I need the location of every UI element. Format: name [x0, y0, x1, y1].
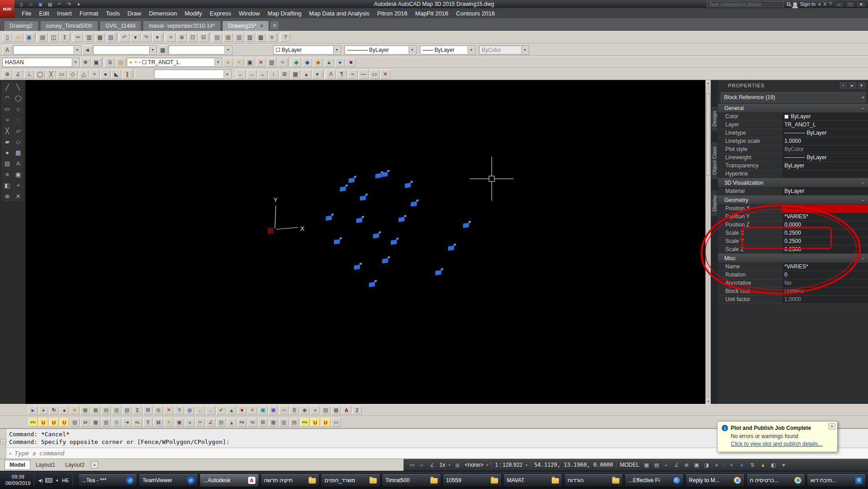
draw-tool-icon[interactable]: ▣	[13, 169, 23, 179]
layer-tool-icon[interactable]: ▧	[267, 58, 277, 67]
qat-icon[interactable]: ↷	[65, 1, 73, 7]
property-row-scale-x[interactable]: Scale X0.2500	[718, 229, 868, 237]
property-row-name[interactable]: Name*VARIES*	[718, 263, 868, 271]
menu-item[interactable]: Draw	[124, 9, 145, 18]
property-row-material[interactable]: MaterialByLayer	[718, 187, 868, 196]
zoom-factor[interactable]: 1x	[439, 462, 445, 468]
properties-header-icon[interactable]: +	[840, 82, 847, 89]
menu-item[interactable]: MapPit 2016	[412, 9, 452, 18]
map-toolbar-icon[interactable]: ▣	[175, 418, 184, 427]
drafting-toggle-icon[interactable]: ≡	[713, 461, 721, 469]
toolbar-icon[interactable]: ⊡	[188, 33, 198, 42]
collapse-section-icon[interactable]: −	[862, 256, 864, 261]
map-toolbar-icon[interactable]: Σ	[133, 406, 142, 414]
linetype-combo[interactable]: ————ByLayer	[344, 45, 416, 55]
layer-toolbar-icon[interactable]: ≣	[105, 58, 115, 67]
drafting-toggle-icon[interactable]: ▤	[653, 461, 661, 469]
map-toolbar-icon[interactable]: ▭	[331, 418, 341, 427]
property-row-linetype-scale[interactable]: Linetype scale1.0000	[718, 137, 868, 146]
map-toolbar-icon[interactable]: ≈	[185, 418, 195, 427]
annotation-scale[interactable]: <none>	[465, 462, 484, 468]
align-tool-icon[interactable]: →	[247, 70, 257, 79]
map-toolbar-icon[interactable]: ▣	[258, 406, 268, 414]
map-toolbar-icon[interactable]: Z	[352, 406, 362, 414]
taskbar-button[interactable]: תיקיה חדשה	[260, 474, 320, 487]
toolbar-icon[interactable]: ▾	[152, 33, 162, 42]
property-row-rotation[interactable]: Rotation0	[718, 271, 868, 279]
property-row-scale-y[interactable]: Scale Y0.2500	[718, 237, 868, 246]
close-tab-icon[interactable]	[260, 24, 264, 28]
osnap-icon[interactable]: +	[90, 70, 100, 79]
property-row-color[interactable]: ColorByLayer	[718, 113, 868, 121]
block-reference-marker[interactable]	[399, 217, 404, 222]
block-reference-marker[interactable]	[334, 239, 340, 244]
menu-item[interactable]: Window	[235, 9, 263, 18]
layout-tab[interactable]: Layout2	[60, 460, 89, 469]
layer-tool-icon[interactable]: ▣	[245, 58, 255, 67]
property-row-plot-style[interactable]: Plot styleByColor	[718, 146, 868, 154]
layer-freeze-icon[interactable]: ☀	[134, 60, 138, 65]
qat-icon[interactable]: ↶	[55, 1, 64, 7]
map-toolbar-icon[interactable]: ▥	[279, 418, 289, 427]
align-tool-icon[interactable]: ▦	[290, 70, 300, 79]
scale-caret-icon[interactable]: ▾	[526, 463, 528, 467]
draw-tool-icon[interactable]: ≈	[2, 115, 12, 125]
property-value[interactable]: ByLayer	[782, 187, 868, 195]
property-row-hyperlink[interactable]: Hyperlink	[718, 170, 868, 178]
window-control-button[interactable]: –	[834, 1, 844, 7]
map-toolbar-icon[interactable]: ⊞	[143, 406, 153, 414]
file-tab[interactable]: Drawing2	[4, 20, 39, 31]
taskbar-clock[interactable]: 09:39 08/09/2019	[5, 474, 30, 487]
collapse-section-icon[interactable]: −	[862, 197, 864, 203]
toolbar-icon[interactable]: ▯	[2, 33, 12, 42]
map-toolbar-icon[interactable]: M	[154, 418, 163, 427]
keyboard-icon[interactable]	[45, 478, 52, 483]
property-row-position-y[interactable]: Position Y*VARIES*	[718, 213, 868, 221]
map-tool-icon[interactable]: ◆	[291, 58, 301, 67]
draw-tool-icon[interactable]: ▦	[13, 147, 23, 157]
map-toolbar-icon[interactable]: ➔	[122, 418, 132, 427]
map-toolbar-icon[interactable]: ◍	[185, 406, 195, 414]
new-tab-button[interactable]: +	[270, 21, 279, 30]
property-row-position-z[interactable]: Position Z0.0000	[718, 221, 868, 229]
draw-tool-icon[interactable]: A	[13, 158, 23, 168]
layer-toolbar-icon[interactable]: ▣	[91, 58, 101, 67]
map-toolbar-icon[interactable]: ▤	[101, 406, 111, 414]
search-icon[interactable]	[787, 2, 790, 6]
draw-tool-icon[interactable]: ◯	[13, 93, 23, 103]
toolbar-icon[interactable]: ⊕	[177, 33, 187, 42]
toolbar-icon[interactable]: ⊟	[199, 33, 209, 42]
property-row-position-x[interactable]: Position X*VARIES*	[718, 205, 868, 213]
map-toolbar-icon[interactable]: ●	[60, 406, 69, 414]
layer-toolbar-icon[interactable]: ✱	[80, 58, 90, 67]
taskbar-button[interactable]: הורדות	[564, 474, 624, 487]
map-tool-icon[interactable]: ■	[346, 58, 356, 67]
map-toolbar-icon[interactable]: U	[49, 418, 59, 427]
taskbar-button[interactable]: Reply to M...	[685, 474, 745, 487]
file-tab[interactable]: mavat- september2010-14*	[143, 20, 220, 31]
property-value[interactable]: 0	[782, 271, 868, 279]
block-reference-marker[interactable]	[360, 196, 366, 201]
map-tool-icon[interactable]: ◆	[302, 58, 312, 67]
toolbar-icon[interactable]: ?	[280, 33, 290, 42]
block-reference-marker[interactable]	[369, 282, 375, 287]
status-tool-icon[interactable]: ▾	[780, 461, 788, 469]
menu-item[interactable]: Express	[206, 9, 234, 18]
toolbar-icon[interactable]: ↶	[120, 33, 130, 42]
map-toolbar-icon[interactable]: GL	[133, 418, 142, 427]
model-space-indicator[interactable]: MODEL	[620, 462, 639, 468]
map-toolbar-icon[interactable]: PH	[28, 418, 38, 427]
lineweight-combo[interactable]: ——ByLayer	[420, 45, 475, 55]
draw-tool-icon[interactable]: ≡	[2, 169, 12, 179]
sign-in-caret-icon[interactable]: ▾	[818, 2, 821, 7]
workspace-combo[interactable]: HASAN	[2, 58, 80, 67]
map-toolbar-icon[interactable]: ▩	[331, 406, 341, 414]
task-pane-tab[interactable]: Object Class	[711, 142, 718, 179]
status-icon[interactable]: ∠	[428, 461, 436, 469]
annotation-globe-icon[interactable]: ◍	[454, 461, 462, 469]
block-reference-marker[interactable]	[340, 187, 346, 192]
toolbar-icon[interactable]: ▩	[256, 33, 266, 42]
property-value[interactable]	[782, 170, 868, 178]
property-value[interactable]: TR_ANOT_L	[782, 121, 868, 129]
toolbar-icon[interactable]: ▤	[38, 33, 48, 42]
